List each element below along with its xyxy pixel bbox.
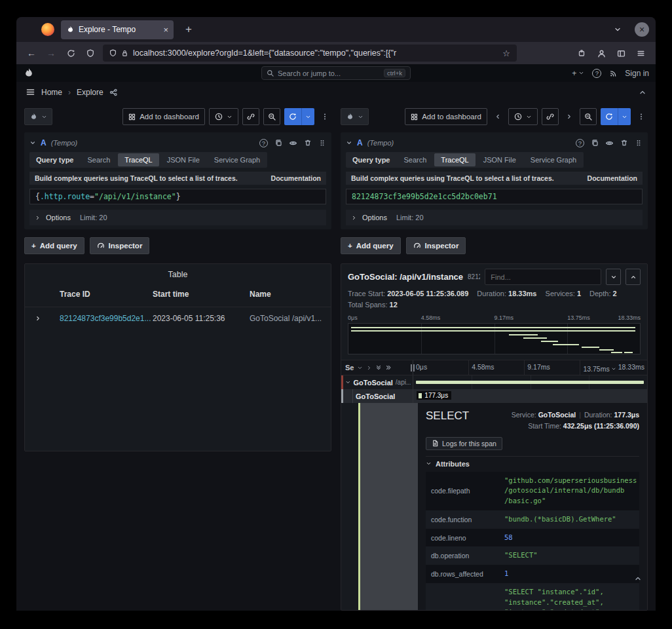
run-query-button[interactable]: [284, 108, 314, 125]
datasource-picker[interactable]: [341, 108, 369, 125]
global-search[interactable]: Search or jump to... ctrl+k: [261, 66, 411, 80]
inspector-button[interactable]: Inspector: [90, 237, 150, 254]
find-text-field[interactable]: [491, 273, 595, 281]
firefox-icon[interactable]: [41, 23, 54, 36]
browser-menu-button[interactable]: [631, 45, 650, 62]
run-query-caret[interactable]: [301, 108, 314, 125]
list-tabs-button[interactable]: [610, 26, 625, 33]
traceql-input[interactable]: 82124873cf3e99b5d2e1cc5d2bc0eb71: [346, 189, 643, 204]
duplicate-query-icon[interactable]: [591, 139, 599, 147]
sidebar-icon[interactable]: [611, 45, 631, 62]
new-menu-button[interactable]: +: [572, 69, 584, 78]
pane-menu-button[interactable]: [635, 108, 648, 125]
link-button[interactable]: [542, 108, 559, 125]
options-toggle[interactable]: Options Limit: 20: [346, 210, 643, 225]
query-help-icon[interactable]: ?: [576, 139, 584, 147]
browser-tab[interactable]: Explore - Tempo ×: [61, 20, 174, 39]
chevron-down-icon[interactable]: [357, 365, 363, 371]
span-duration-chip[interactable]: 177.3μs: [417, 391, 451, 400]
collapse-query-icon[interactable]: [346, 140, 352, 146]
drag-handle[interactable]: [635, 139, 643, 147]
prev-result-button[interactable]: [625, 269, 641, 285]
link-button[interactable]: [242, 108, 259, 125]
tab-traceql[interactable]: TraceQL: [118, 153, 159, 166]
chevron-left-button[interactable]: [491, 108, 504, 125]
query-help-icon[interactable]: ?: [259, 139, 268, 147]
help-button[interactable]: ?: [592, 69, 601, 78]
time-picker-button[interactable]: [508, 108, 538, 125]
span-row[interactable]: GoToSocial /api...: [341, 375, 647, 389]
pane-menu-button[interactable]: [318, 108, 331, 125]
nav-menu-button[interactable]: [26, 87, 35, 97]
tab-service-graph[interactable]: Service Graph: [524, 153, 583, 166]
collapse-query-icon[interactable]: [29, 140, 36, 146]
drag-handle[interactable]: [318, 139, 326, 147]
inspector-button[interactable]: Inspector: [406, 237, 466, 254]
tab-json-file[interactable]: JSON File: [160, 153, 206, 166]
account-icon[interactable]: [591, 45, 611, 62]
tracking-shield-icon[interactable]: [81, 45, 100, 62]
remove-query-icon[interactable]: [620, 139, 628, 147]
tab-search[interactable]: Search: [81, 153, 117, 166]
attributes-section-header[interactable]: Attributes: [426, 456, 639, 472]
tab-close-button[interactable]: ×: [163, 26, 168, 34]
share-icon[interactable]: [109, 88, 117, 96]
service-column-header[interactable]: Se: [341, 360, 413, 375]
find-input[interactable]: [485, 269, 601, 285]
documentation-link[interactable]: Documentation: [588, 174, 637, 182]
span-track[interactable]: 177.3μs: [413, 389, 647, 403]
add-query-button[interactable]: + Add query: [24, 237, 84, 254]
tab-search[interactable]: Search: [397, 153, 433, 166]
duplicate-query-icon[interactable]: [274, 139, 282, 147]
column-resizer[interactable]: [411, 364, 415, 372]
site-shield-icon[interactable]: [109, 49, 117, 57]
time-picker-button[interactable]: [209, 108, 238, 125]
next-result-button[interactable]: [606, 269, 621, 285]
window-close-button[interactable]: ×: [635, 22, 649, 37]
run-query-caret[interactable]: [618, 108, 631, 125]
url-bar[interactable]: ☆: [103, 45, 517, 62]
remove-query-icon[interactable]: [304, 139, 312, 147]
collapse-one-icon[interactable]: [366, 365, 372, 371]
trace-id-link[interactable]: 82124873cf3e99b5d2e1...: [60, 314, 153, 323]
trace-minimap[interactable]: [348, 323, 641, 354]
add-to-dashboard-button[interactable]: Add to dashboard: [122, 108, 205, 125]
forward-button[interactable]: →: [41, 45, 61, 62]
collapse-all-icon[interactable]: [385, 364, 392, 371]
add-query-button[interactable]: + Add query: [341, 237, 401, 254]
documentation-link[interactable]: Documentation: [271, 174, 321, 182]
scroll-top-button[interactable]: [634, 575, 642, 582]
chevron-right-button[interactable]: [563, 108, 576, 125]
row-expander[interactable]: [25, 315, 60, 322]
hide-response-icon[interactable]: [289, 139, 297, 147]
span-track[interactable]: [413, 375, 647, 389]
collapse-top-button[interactable]: [639, 88, 646, 96]
breadcrumb-current[interactable]: Explore: [77, 88, 103, 97]
chevron-down-icon[interactable]: [611, 366, 616, 372]
zoom-out-button[interactable]: [263, 108, 280, 125]
hide-response-icon[interactable]: [605, 139, 614, 147]
span-row-selected[interactable]: GoToSocial 177.3μs: [341, 389, 647, 403]
add-to-dashboard-button[interactable]: Add to dashboard: [405, 108, 487, 125]
extensions-icon[interactable]: [572, 45, 591, 62]
tab-json-file[interactable]: JSON File: [477, 153, 523, 166]
new-tab-button[interactable]: +: [180, 21, 197, 38]
sign-in-link[interactable]: Sign in: [625, 69, 649, 78]
expand-all-icon[interactable]: [375, 364, 382, 371]
bookmark-star-icon[interactable]: ☆: [502, 48, 510, 58]
back-button[interactable]: ←: [22, 45, 41, 62]
span-expander[interactable]: [345, 379, 351, 385]
tab-traceql[interactable]: TraceQL: [434, 153, 475, 166]
breadcrumb-home[interactable]: Home: [41, 88, 62, 97]
grafana-logo[interactable]: [23, 67, 35, 79]
traceql-input[interactable]: {.http.route = "/api/v1/instance"}: [29, 189, 326, 204]
col-name[interactable]: Name: [250, 290, 331, 299]
col-trace-id[interactable]: Trace ID: [60, 290, 153, 299]
url-input[interactable]: [133, 48, 498, 58]
zoom-out-button[interactable]: [580, 108, 597, 125]
tab-service-graph[interactable]: Service Graph: [208, 153, 267, 166]
news-button[interactable]: [609, 69, 617, 77]
span-bar[interactable]: [416, 381, 644, 384]
reload-button[interactable]: [61, 45, 81, 62]
logs-button[interactable]: Logs for this span: [426, 437, 502, 450]
